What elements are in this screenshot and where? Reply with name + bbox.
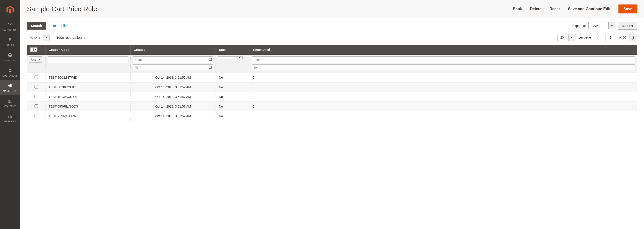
cell-times-used: 0	[250, 72, 638, 82]
grid-table-wrap: Coupon Code Created Uses Times Used Any	[20, 45, 644, 126]
select-all-checkbox[interactable]	[30, 48, 34, 51]
current-page-input[interactable]	[605, 34, 616, 41]
back-label: Back	[513, 7, 522, 11]
chevron-down-icon	[38, 56, 42, 62]
reports-icon	[7, 113, 13, 119]
header-uses[interactable]: Uses	[216, 45, 250, 55]
cell-times-used: 0	[250, 102, 638, 111]
sidebar-label: CUSTOMERS	[2, 74, 18, 77]
chevron-down-icon	[236, 56, 243, 59]
sidebar-label: CONTENT	[4, 105, 16, 108]
header-created[interactable]: Created	[131, 45, 216, 55]
table-row[interactable]: TEST-9OCL33TWID Oct 14, 2018, 3:51:57 AM…	[27, 72, 637, 82]
page-header: Sample Cart Price Rule ← Back Delete Res…	[20, 0, 644, 18]
row-checkbox[interactable]	[34, 104, 38, 108]
svg-text:$: $	[9, 38, 12, 42]
sidebar-label: CATALOG	[4, 60, 16, 62]
cell-uses: No	[216, 102, 250, 111]
export-format-value: CSV	[588, 22, 608, 29]
header-select-all	[27, 45, 46, 55]
select-all-toggle[interactable]	[34, 48, 37, 51]
chevron-down-icon	[608, 22, 615, 29]
export-to-label: Export to:	[572, 24, 586, 28]
table-row[interactable]: TEST-QK0RLV7OD3 Oct 14, 2018, 3:51:57 AM…	[27, 102, 637, 111]
svg-rect-3	[8, 99, 12, 103]
header-times-used[interactable]: Times Used	[250, 45, 638, 55]
filter-select-any[interactable]: Any	[29, 56, 43, 62]
svg-rect-8	[11, 116, 12, 118]
cell-coupon-code: TEST-9OCL33TWID	[46, 72, 131, 82]
dashboard-icon	[7, 22, 13, 28]
sidebar-item-reports[interactable]: REPORTS	[0, 110, 20, 126]
filter-uses-value	[218, 56, 236, 59]
catalog-icon	[7, 52, 13, 58]
total-pages-label: of 50	[619, 36, 626, 39]
page-title: Sample Cart Price Rule	[27, 5, 97, 13]
cell-coupon-code: TEST-5B2KE23UET	[46, 82, 131, 92]
table-row[interactable]: TEST-5B2KE23UET Oct 14, 2018, 3:51:57 AM…	[27, 82, 637, 92]
filter-times-to[interactable]	[252, 64, 635, 71]
row-checkbox[interactable]	[34, 114, 38, 118]
save-button[interactable]: Save	[618, 4, 637, 14]
grid-body: TEST-9OCL33TWID Oct 14, 2018, 3:51:57 AM…	[27, 72, 637, 121]
cell-uses: No	[216, 82, 250, 92]
chevron-down-icon	[569, 34, 576, 41]
row-checkbox[interactable]	[34, 76, 38, 79]
search-button[interactable]: Search	[27, 22, 46, 30]
mass-actions-select[interactable]: Actions	[27, 34, 50, 41]
cell-uses: No	[216, 92, 250, 102]
filter-created-to[interactable]	[133, 64, 213, 71]
sidebar-item-sales[interactable]: $ SALES	[0, 34, 20, 49]
actions-value: Actions	[27, 34, 43, 41]
sidebar-item-dashboard[interactable]: DASHBOARD	[0, 19, 20, 34]
filter-times-from[interactable]	[252, 56, 635, 63]
back-button[interactable]: ← Back	[506, 7, 522, 12]
sidebar-label: SALES	[6, 44, 14, 46]
per-page-label: per page	[578, 36, 591, 39]
customers-icon	[7, 67, 13, 74]
content-icon	[7, 98, 13, 104]
filter-coupon-code[interactable]	[48, 56, 128, 63]
filter-created-from[interactable]	[133, 56, 213, 63]
row-checkbox[interactable]	[34, 95, 38, 98]
cell-times-used: 0	[250, 82, 638, 92]
sidebar-label: REPORTS	[4, 120, 16, 123]
prev-page-button[interactable]: ❮	[594, 34, 602, 41]
arrow-left-icon: ←	[506, 7, 510, 12]
next-page-button[interactable]: ❯	[629, 34, 637, 41]
filter-uses-select[interactable]	[218, 56, 247, 59]
svg-rect-7	[10, 115, 10, 118]
delete-button[interactable]: Delete	[530, 7, 541, 11]
sidebar-item-marketing[interactable]: MARKETING	[0, 80, 20, 95]
sidebar-item-customers[interactable]: CUSTOMERS	[0, 64, 20, 80]
cell-created: Oct 14, 2018, 3:51:57 AM	[131, 82, 216, 92]
reset-button[interactable]: Reset	[550, 7, 560, 11]
save-continue-button[interactable]: Save and Continue Edit	[568, 7, 610, 11]
table-row[interactable]: TEST-1HG9SCUIQ4 Oct 14, 2018, 3:51:57 AM…	[27, 92, 637, 102]
sidebar-label: DASHBOARD	[2, 29, 18, 31]
header-actions: ← Back Delete Reset Save and Continue Ed…	[506, 4, 637, 14]
table-row[interactable]: TEST-YCSZI6TTZN Oct 14, 2018, 3:51:57 AM…	[27, 111, 637, 121]
cell-times-used: 0	[250, 111, 638, 121]
cell-uses: No	[216, 111, 250, 121]
export-button[interactable]: Export	[618, 22, 637, 30]
header-coupon-code[interactable]: Coupon Code	[46, 45, 131, 55]
magento-logo[interactable]	[0, 2, 20, 19]
reset-filter-button[interactable]: Reset Filter	[52, 24, 69, 28]
cell-coupon-code: TEST-QK0RLV7OD3	[46, 102, 131, 111]
toolbar-right: Export to: CSV Export	[572, 22, 637, 30]
main-content: Sample Cart Price Rule ← Back Delete Res…	[20, 0, 644, 229]
export-format-select[interactable]: CSV	[588, 22, 615, 29]
cell-created: Oct 14, 2018, 3:51:57 AM	[131, 92, 216, 102]
filter-any-value: Any	[29, 56, 38, 62]
row-checkbox[interactable]	[34, 85, 38, 88]
marketing-icon	[7, 82, 13, 89]
sidebar: DASHBOARD $ SALES CATALOG CUSTOMERS MARK…	[0, 0, 20, 229]
sidebar-item-catalog[interactable]: CATALOG	[0, 49, 20, 64]
cell-coupon-code: TEST-YCSZI6TTZN	[46, 111, 131, 121]
cell-coupon-code: TEST-1HG9SCUIQ4	[46, 92, 131, 102]
cell-created: Oct 14, 2018, 3:51:57 AM	[131, 102, 216, 111]
sidebar-item-content[interactable]: CONTENT	[0, 95, 20, 110]
per-page-select[interactable]: 20	[558, 34, 576, 41]
magento-logo-icon	[6, 6, 14, 14]
